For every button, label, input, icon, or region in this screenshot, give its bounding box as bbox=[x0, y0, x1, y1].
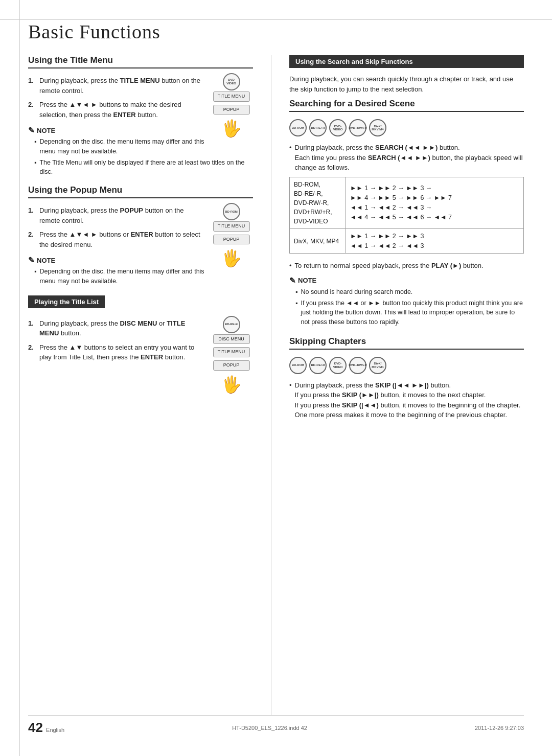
disc-bd-rom: BD-ROM bbox=[289, 119, 307, 136]
hand-icon-3: 🖐 bbox=[221, 375, 242, 394]
popup-note-item-1: Depending on the disc, the menu items ma… bbox=[34, 267, 204, 286]
disc-dvd-video: DVD-VIDEO bbox=[329, 119, 347, 136]
step-1: 1. During playback, press the TITLE MENU… bbox=[28, 76, 204, 96]
popup-btn-remote: POPUP bbox=[213, 105, 250, 115]
speed-table: BD-ROM,BD-RE/-R,DVD-RW/-R,DVD+RW/+R,DVD-… bbox=[289, 177, 524, 254]
footer-left-text: HT-D5200_ELS_1226.indd 42 bbox=[232, 725, 307, 731]
skipping-heading: Skipping Chapters bbox=[289, 336, 524, 350]
footer-right-text: 2011-12-26 9:27:03 bbox=[475, 725, 524, 731]
note-icon-3: ✎ bbox=[289, 276, 296, 285]
note-item-1: Depending on the disc, the menu items ma… bbox=[34, 137, 204, 156]
search-disc-icons: BD-ROM BD-RE/-R DVD-VIDEO DVD+RW/+R DivX… bbox=[289, 119, 524, 136]
title-list-header: Playing the Title List bbox=[28, 295, 105, 308]
skip-bullet: • During playback, press the SKIP (|◄◄ ►… bbox=[289, 380, 524, 420]
speed-cell-2: ►► 1 → ►► 2 → ►► 3 ◄◄ 1 → ◄◄ 2 → ◄◄ 3 bbox=[346, 228, 524, 254]
disc-bd-re-r: BD-RE/-R bbox=[309, 119, 327, 136]
disc-dvd-rw-r: DVD+RW/+R bbox=[349, 119, 366, 136]
title-menu-section: Using the Title Menu DVDVIDEO TITLE MENU… bbox=[28, 55, 253, 177]
popup-note-items: Depending on the disc, the menu items ma… bbox=[28, 267, 253, 286]
hand-icon-2: 🖐 bbox=[221, 248, 242, 268]
table-row-1: BD-ROM,BD-RE/-R,DVD-RW/-R,DVD+RW/+R,DVD-… bbox=[290, 177, 524, 228]
popup-menu-heading: Using the Popup Menu bbox=[28, 185, 253, 198]
speed-cell-1: ►► 1 → ►► 2 → ►► 3 → ►► 4 → ►► 5 → ►► 6 … bbox=[346, 177, 524, 228]
right-column: Using the Search and Skip Functions Duri… bbox=[289, 55, 524, 715]
page: Basic Functions Using the Title Menu DVD… bbox=[0, 0, 552, 756]
title-list-step-1: 1. During playback, press the DISC MENU … bbox=[28, 318, 204, 338]
popup-step-2: 2. Press the ▲▼◄ ► buttons or ENTER butt… bbox=[28, 230, 204, 249]
search-scene-heading: Searching for a Desired Scene bbox=[289, 99, 524, 112]
skip-disc-bd-re-r: BD-RE/-R bbox=[309, 357, 327, 374]
main-title: Basic Functions bbox=[28, 20, 524, 43]
popup-step-1: 1. During playback, press the POPUP butt… bbox=[28, 205, 204, 225]
disc-cell-1: BD-ROM,BD-RE/-R,DVD-RW/-R,DVD+RW/+R,DVD-… bbox=[290, 177, 346, 228]
dvd-video-disc-icon: DVDVIDEO bbox=[223, 73, 240, 90]
popup-menu-section: Using the Popup Menu BD-ROM TITLE MENU P… bbox=[28, 185, 253, 286]
search-note-items: No sound is heard during search mode. If… bbox=[289, 287, 524, 327]
note-icon: ✎ bbox=[28, 126, 35, 135]
search-skip-header-area: Using the Search and Skip Functions bbox=[289, 55, 524, 68]
hand-icon: 🖐 bbox=[221, 119, 242, 138]
note-icon-2: ✎ bbox=[28, 256, 35, 265]
footer: 42 English HT-D5200_ELS_1226.indd 42 201… bbox=[28, 715, 524, 736]
left-column: Using the Title Menu DVDVIDEO TITLE MENU… bbox=[28, 55, 253, 715]
skip-disc-divx: DivX/MKV/M4 bbox=[369, 357, 386, 374]
note-label: NOTE bbox=[37, 127, 55, 134]
play-note: • To return to normal speed playback, pr… bbox=[289, 261, 524, 271]
search-bullet: • During playback, press the SEARCH (◄◄ … bbox=[289, 143, 524, 173]
note-item-2: The Title Menu will only be displayed if… bbox=[34, 158, 253, 177]
title-menu-remote: DVDVIDEO TITLE MENU POPUP 🖐 bbox=[210, 73, 253, 138]
title-menu-heading: Using the Title Menu bbox=[28, 55, 253, 68]
table-row-2: DivX, MKV, MP4 ►► 1 → ►► 2 → ►► 3 ◄◄ 1 →… bbox=[290, 228, 524, 254]
title-list-title-menu-btn: TITLE MENU bbox=[213, 347, 250, 357]
skip-disc-dvd-rw-r: DVD+RW/+R bbox=[349, 357, 366, 374]
search-skip-intro: During playback, you can search quickly … bbox=[289, 74, 524, 95]
search-scene-section: Searching for a Desired Scene BD-ROM BD-… bbox=[289, 99, 524, 327]
search-note-item-1: No sound is heard during search mode. bbox=[295, 287, 524, 297]
disc-divx: DivX/MKV/M4 bbox=[369, 119, 386, 136]
skip-disc-dvd-video: DVD-VIDEO bbox=[329, 357, 347, 374]
disc-cell-2: DivX, MKV, MP4 bbox=[290, 228, 346, 254]
popup-remote-btn: POPUP bbox=[213, 235, 250, 245]
search-note: ✎ NOTE No sound is heard during search m… bbox=[289, 276, 524, 327]
search-note-item-2: If you press the ◄◄ or ►► button too qui… bbox=[295, 299, 524, 327]
note-label-2: NOTE bbox=[37, 257, 55, 264]
title-list-step-2: 2. Press the ▲▼ buttons to select an ent… bbox=[28, 342, 204, 362]
disc-menu-btn: DISC MENU bbox=[213, 334, 250, 345]
note-label-3: NOTE bbox=[298, 277, 316, 284]
skipping-disc-icons: BD-ROM BD-RE/-R DVD-VIDEO DVD+RW/+R DivX… bbox=[289, 357, 524, 374]
skip-disc-bd-rom: BD-ROM bbox=[289, 357, 307, 374]
bd-rom-disc-icon: BD-ROM bbox=[223, 203, 240, 220]
page-number: 42 English bbox=[28, 720, 64, 736]
title-menu-btn: TITLE MENU bbox=[213, 91, 250, 102]
title-list-remote: BD-RE-B DISC MENU TITLE MENU POPUP 🖐 bbox=[210, 316, 253, 394]
bd-re-b-disc-icon: BD-RE-B bbox=[223, 316, 240, 333]
step-2: 2. Press the ▲▼◄ ► buttons to make the d… bbox=[28, 100, 204, 120]
title-list-popup-btn: POPUP bbox=[213, 360, 250, 371]
search-skip-header: Using the Search and Skip Functions bbox=[289, 55, 524, 68]
popup-remote: BD-ROM TITLE MENU POPUP 🖐 bbox=[210, 203, 253, 268]
title-list-section: Playing the Title List BD-RE-B DISC MENU… bbox=[28, 295, 253, 362]
skipping-section: Skipping Chapters BD-ROM BD-RE/-R DVD-VI… bbox=[289, 336, 524, 420]
popup-title-menu-btn: TITLE MENU bbox=[213, 221, 250, 232]
column-divider bbox=[271, 55, 271, 715]
title-menu-note-items: Depending on the disc, the menu items ma… bbox=[28, 137, 253, 177]
